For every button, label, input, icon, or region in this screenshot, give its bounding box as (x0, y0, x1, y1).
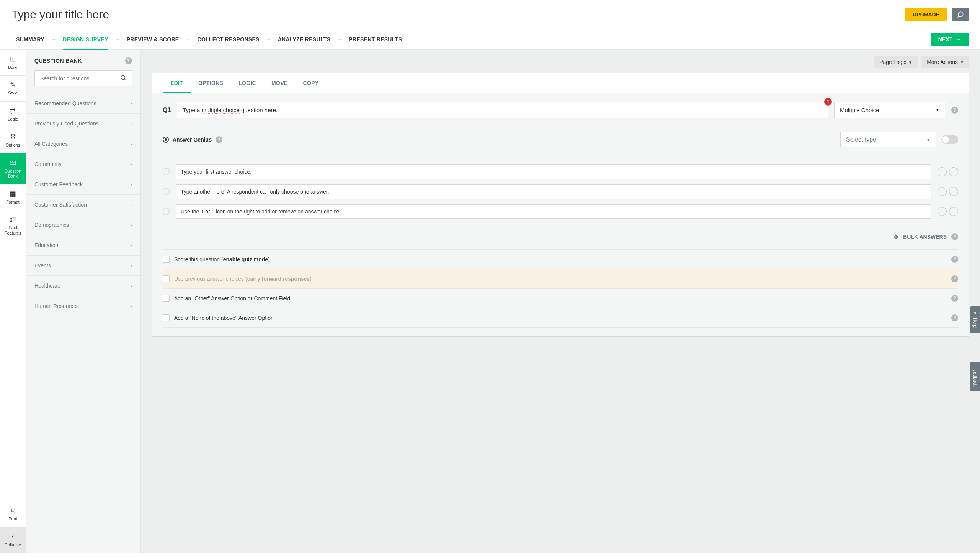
category-events[interactable]: Events› (26, 256, 140, 276)
survey-title[interactable]: Type your title here (11, 8, 109, 21)
genius-toggle[interactable] (941, 135, 958, 144)
rail-item-options[interactable]: ⚙Options (0, 127, 26, 153)
category-label: Previously Used Questions (34, 121, 99, 127)
plus-circle-icon: ⊕ (894, 234, 898, 240)
remove-answer-button[interactable]: − (949, 167, 958, 176)
question-body: Q1 Type a multiple choice question here.… (152, 93, 969, 336)
chevron-right-icon: › (130, 242, 132, 248)
add-answer-button[interactable]: + (938, 187, 947, 196)
rail-item-collapse[interactable]: ‹Collapse (0, 527, 26, 553)
answer-row: +− (163, 184, 958, 199)
answer-genius-row: Answer Genius ? Select type ▼ (163, 129, 958, 155)
category-healthcare[interactable]: Healthcare› (26, 276, 140, 296)
help-icon[interactable]: ? (951, 256, 958, 263)
help-icon[interactable]: ? (951, 314, 958, 321)
add-answer-button[interactable]: + (938, 167, 947, 176)
category-customer-satisfaction[interactable]: Customer Satisfaction› (26, 195, 140, 215)
question-tab-logic[interactable]: LOGIC (231, 73, 264, 93)
rail-item-print[interactable]: ⎙Print (0, 501, 26, 527)
help-icon[interactable]: ? (951, 275, 958, 282)
feedback-floating-tab[interactable]: Feedback (970, 362, 980, 391)
rail-label: Collapse (5, 542, 21, 547)
checkbox[interactable] (163, 314, 170, 321)
help-icon[interactable]: ? (216, 136, 222, 143)
chevron-right-icon: › (130, 222, 132, 228)
question-prompt-wrap: Type a multiple choice question here. 1 (177, 102, 828, 118)
help-icon[interactable]: ? (951, 233, 958, 240)
nav-item-collect-responses[interactable]: COLLECT RESPONSES (193, 29, 264, 49)
search-input[interactable] (34, 70, 132, 86)
category-all-categories[interactable]: All Categories› (26, 134, 140, 154)
caret-down-icon: ▼ (960, 60, 964, 64)
build-icon: ⊞ (10, 55, 16, 64)
canvas-header: Page Logic ▼ More Actions ▼ (141, 50, 980, 73)
search-wrap (26, 70, 140, 93)
rail-item-question-bank[interactable]: 🗃Question Bank (0, 153, 26, 184)
chat-help-button[interactable] (952, 8, 969, 21)
help-icon[interactable]: ? (125, 57, 132, 64)
search-icon (120, 74, 127, 83)
chevron-right-icon: › (130, 303, 132, 309)
category-demographics[interactable]: Demographics› (26, 215, 140, 235)
category-education[interactable]: Education› (26, 235, 140, 256)
category-human-resources[interactable]: Human Resources› (26, 296, 140, 316)
question-tab-edit[interactable]: EDIT (163, 73, 191, 93)
help-icon[interactable]: ? (951, 107, 958, 114)
rail-item-logic[interactable]: ⇄Logic (0, 102, 26, 128)
nav-item-present-results[interactable]: PRESENT RESULTS (344, 29, 407, 49)
checkbox[interactable] (163, 256, 170, 263)
help-floating-tab[interactable]: ? Help! (970, 306, 980, 333)
upgrade-button[interactable]: UPGRADE (905, 8, 947, 21)
page-logic-dropdown[interactable]: Page Logic ▼ (874, 56, 918, 68)
rail-item-paid-features[interactable]: 🏷Paid Features (0, 210, 26, 241)
question-tab-copy[interactable]: COPY (295, 73, 326, 93)
answer-input-2[interactable] (176, 184, 931, 199)
add-answer-button[interactable]: + (938, 207, 947, 216)
next-button[interactable]: NEXT → (931, 33, 969, 46)
nav-items: SUMMARY→DESIGN SURVEY→PREVIEW & SCORE→CO… (11, 29, 407, 49)
question-prompt-input[interactable]: Type a multiple choice question here. (177, 102, 828, 118)
category-recommended-questions[interactable]: Recommended Questions› (26, 93, 140, 114)
help-icon[interactable]: ? (951, 295, 958, 302)
rail-label: Print (8, 516, 17, 521)
bulk-answers-button[interactable]: BULK ANSWERS (903, 234, 947, 240)
nav-item-analyze-results[interactable]: ANALYZE RESULTS (273, 29, 335, 49)
option-label: Add a "None of the above" Answer Option (174, 315, 274, 321)
chevron-right-icon: → (115, 37, 120, 42)
chevron-right-icon: → (337, 37, 342, 42)
remove-answer-button[interactable]: − (949, 207, 958, 216)
more-actions-dropdown[interactable]: More Actions ▼ (921, 56, 969, 68)
answer-input-1[interactable] (176, 164, 931, 179)
rail-label: Logic (8, 117, 18, 122)
question-type-select[interactable]: Multiple Choice ▼ (834, 102, 945, 118)
answer-row: +− (163, 164, 958, 179)
rail-item-build[interactable]: ⊞Build (0, 50, 26, 76)
nav-item-design-survey[interactable]: DESIGN SURVEY (58, 29, 113, 49)
rail-item-format[interactable]: ▦Format (0, 184, 26, 210)
category-community[interactable]: Community› (26, 154, 140, 174)
option-label: Score this question (enable quiz mode) (174, 256, 270, 262)
category-label: Customer Feedback (34, 181, 83, 187)
nav-item-preview-score[interactable]: PREVIEW & SCORE (122, 29, 184, 49)
question-bank-icon: 🗃 (10, 159, 16, 167)
chevron-right-icon: › (130, 181, 132, 187)
error-badge[interactable]: 1 (824, 98, 832, 106)
question-tab-move[interactable]: MOVE (264, 73, 295, 93)
rail-label: Build (8, 65, 17, 70)
genius-type-select[interactable]: Select type ▼ (840, 132, 936, 147)
remove-answer-button[interactable]: − (949, 187, 958, 196)
chevron-right-icon: › (130, 161, 132, 167)
question-card: EDITOPTIONSLOGICMOVECOPY Q1 Type a multi… (152, 73, 969, 337)
question-tab-options[interactable]: OPTIONS (191, 73, 231, 93)
sidebar-header: QUESTION BANK ? (26, 50, 140, 70)
nav-item-summary[interactable]: SUMMARY (11, 29, 49, 49)
answer-input-3[interactable] (176, 204, 931, 219)
chevron-right-icon: › (130, 100, 132, 106)
rail-item-style[interactable]: ✎Style (0, 76, 26, 102)
more-actions-label: More Actions (927, 59, 958, 65)
question-number: Q1 (163, 107, 171, 114)
category-previously-used-questions[interactable]: Previously Used Questions› (26, 114, 140, 134)
category-customer-feedback[interactable]: Customer Feedback› (26, 174, 140, 195)
answer-list: +−+−+− (163, 155, 958, 230)
checkbox[interactable] (163, 295, 170, 302)
